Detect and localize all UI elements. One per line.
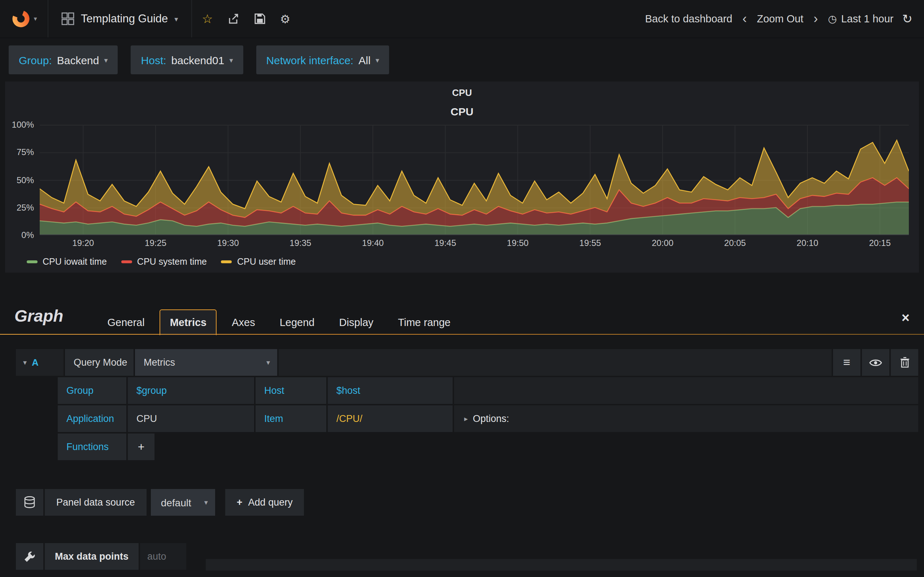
query-row-application-item: Application Item ▸ Options: (58, 405, 918, 432)
x-tick-label: 20:00 (652, 238, 674, 248)
legend-item[interactable]: CPU user time (221, 257, 296, 267)
dashboard-title: Templating Guide (81, 12, 168, 25)
group-input[interactable] (128, 377, 254, 404)
chevron-down-icon: ▾ (204, 498, 208, 506)
gear-icon: ⚙ (280, 12, 291, 26)
share-button[interactable] (220, 0, 247, 37)
grafana-app: ▾ Templating Guide ▾ ☆ (0, 0, 924, 577)
legend-item[interactable]: CPU system time (121, 257, 207, 267)
query-row-mode: ▾ A Query Mode Metrics ▾ ≡ (16, 349, 918, 376)
hamburger-icon: ≡ (843, 355, 850, 370)
legend-swatch (221, 260, 232, 263)
chevron-down-icon: ▾ (376, 56, 380, 64)
top-navbar: ▾ Templating Guide ▾ ☆ (0, 0, 924, 38)
query-mode-select[interactable]: Metrics ▾ (135, 349, 277, 376)
time-shift-forward-button[interactable]: › (812, 12, 819, 25)
y-tick-label: 0% (21, 230, 34, 240)
grafana-logo-button[interactable]: ▾ (0, 0, 48, 37)
back-to-dashboard-button[interactable]: Back to dashboard (645, 13, 732, 24)
chart-title: CPU (5, 102, 919, 125)
add-function-button[interactable]: + (128, 434, 155, 460)
navbar-divider (191, 0, 192, 37)
application-field-label: Application (58, 405, 126, 432)
close-icon: × (901, 310, 909, 325)
chevron-down-icon: ▾ (229, 56, 233, 64)
variable-value: Backend (57, 54, 99, 66)
variable-label: Group: (19, 54, 52, 66)
star-button[interactable]: ☆ (195, 0, 220, 37)
tab-display[interactable]: Display (330, 310, 383, 335)
datasource-value: default (161, 496, 191, 508)
x-tick-label: 19:30 (217, 238, 239, 248)
caret-right-icon: ▸ (464, 415, 468, 423)
dashboard-title-button[interactable]: Templating Guide ▾ (48, 0, 191, 37)
max-data-points-label: Max data points (45, 543, 139, 570)
item-input[interactable] (328, 405, 452, 432)
item-field-label: Item (255, 405, 326, 432)
application-input[interactable] (128, 405, 254, 432)
variable-value: All (359, 54, 370, 66)
max-data-points-field (140, 543, 186, 570)
datasource-select[interactable]: default ▾ (151, 489, 215, 516)
query-menu-button[interactable]: ≡ (833, 349, 861, 376)
tools-icon-cell (16, 543, 43, 570)
tab-metrics[interactable]: Metrics (160, 309, 217, 335)
tab-legend[interactable]: Legend (270, 310, 324, 335)
share-icon (228, 13, 240, 25)
zoom-out-button[interactable]: Zoom Out (757, 13, 803, 24)
x-axis: 19:2019:2519:3019:3519:4019:4519:5019:55… (40, 238, 909, 251)
navbar-right: Back to dashboard ‹ Zoom Out › ◷ Last 1 … (645, 11, 924, 26)
wrench-icon (24, 551, 36, 562)
y-tick-label: 25% (16, 203, 34, 213)
group-field (128, 377, 254, 404)
trash-icon (900, 357, 909, 368)
options-label: Options: (473, 413, 509, 424)
panel-data-source-label: Panel data source (45, 489, 147, 516)
settings-button[interactable]: ⚙ (273, 0, 298, 37)
navbar-actions: ☆ ⚙ (195, 0, 297, 37)
tab-axes[interactable]: Axes (222, 310, 265, 335)
refresh-button[interactable]: ↻ (902, 11, 913, 26)
variable-dropdown-network-interface[interactable]: Network interface: All ▾ (256, 45, 389, 74)
max-data-points-input[interactable] (140, 543, 186, 570)
legend-label: CPU iowait time (43, 257, 107, 267)
chart-legend: CPU iowait time CPU system time CPU user… (5, 257, 919, 267)
query-toggle-visibility-button[interactable] (862, 349, 889, 376)
template-variable-row: Group: Backend ▾ Host: backend01 ▾ Netwo… (0, 38, 924, 80)
query-row-spacer (279, 349, 832, 376)
datasource-icon-cell (16, 489, 43, 516)
query-letter: A (32, 357, 39, 368)
chart-area: 100% 75% 50% 25% 0% (5, 125, 919, 235)
x-tick-label: 19:45 (435, 238, 456, 248)
group-field-label: Group (58, 377, 126, 404)
plus-icon: + (237, 497, 242, 508)
tab-time-range[interactable]: Time range (389, 310, 460, 335)
panel-title[interactable]: CPU (5, 85, 919, 102)
refresh-icon: ↻ (902, 11, 913, 26)
close-editor-button[interactable]: × (901, 310, 909, 335)
y-axis: 100% 75% 50% 25% 0% (5, 125, 40, 235)
cpu-chart[interactable] (40, 125, 909, 235)
plus-icon: + (138, 440, 145, 453)
y-tick-label: 50% (16, 175, 34, 185)
panel-editor-header: Graph General Metrics Axes Legend Displa… (0, 290, 924, 335)
x-tick-label: 20:05 (724, 238, 746, 248)
legend-item[interactable]: CPU iowait time (27, 257, 107, 267)
variable-label: Network interface: (266, 54, 353, 66)
x-tick-label: 19:25 (145, 238, 166, 248)
save-button[interactable] (247, 0, 273, 37)
chevron-down-icon: ▾ (104, 56, 108, 64)
time-shift-back-button[interactable]: ‹ (741, 12, 748, 25)
tab-general[interactable]: General (98, 310, 154, 335)
logo-caret-icon: ▾ (34, 15, 37, 23)
query-collapse-toggle[interactable]: ▾ A (16, 349, 63, 376)
variable-dropdown-host[interactable]: Host: backend01 ▾ (131, 45, 243, 74)
variable-dropdown-group[interactable]: Group: Backend ▾ (9, 45, 118, 74)
query-delete-button[interactable] (891, 349, 918, 376)
variable-label: Host: (141, 54, 166, 66)
time-range-picker-button[interactable]: ◷ Last 1 hour (828, 13, 894, 24)
add-query-button[interactable]: + Add query (225, 489, 304, 516)
host-input[interactable] (328, 377, 452, 404)
options-toggle[interactable]: ▸ Options: (454, 405, 918, 432)
query-row-group-host: Group Host (58, 377, 918, 404)
